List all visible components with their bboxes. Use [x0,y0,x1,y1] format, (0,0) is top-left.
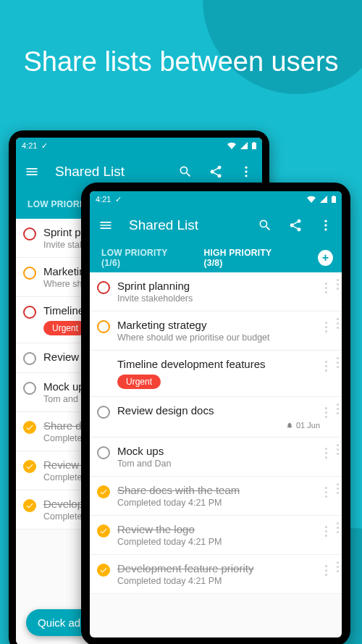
list-item[interactable]: Review the logo Completed today 4:21 PM [90,516,342,555]
item-sub: Completed today 4:21 PM [117,576,320,586]
list-item[interactable]: Mock ups Tom and Dan [90,438,342,477]
item-sub: Completed today 4:21 PM [117,498,320,508]
clock: 4:21 [22,141,37,150]
item-title: Review the logo [117,523,320,535]
checkbox[interactable] [23,499,36,512]
list-item[interactable]: Timeline development features Urgent [90,351,342,397]
svg-rect-0 [252,143,256,149]
svg-rect-6 [333,196,334,196]
app-title: Shared List [129,217,242,233]
list-item[interactable]: Review design docs 01 Jun [90,397,342,438]
svg-rect-5 [332,196,336,203]
checkbox[interactable] [97,485,110,498]
search-icon[interactable] [258,218,272,233]
item-sub: Invite stakeholders [117,293,320,304]
task-list: Sprint planning Invite stakeholders Mark… [90,272,342,594]
drag-handle-icon[interactable] [327,407,336,418]
svg-point-3 [245,170,247,172]
check-icon: ✓ [115,195,122,204]
item-title: Mock ups [117,445,320,457]
clock: 4:21 [96,195,111,204]
tabs: LOW PRIORITY (1/6) HIGH PRIORITY (3/8) + [90,243,342,272]
checkbox[interactable] [23,267,36,280]
reminder: 01 Jun [117,421,320,430]
drag-handle-icon[interactable] [327,565,336,576]
svg-point-4 [245,175,247,177]
svg-point-2 [245,167,247,169]
check-icon: ✓ [41,141,48,151]
item-title: Sprint planning [117,280,320,292]
phone-frame-front: 4:21 ✓ Shared List [81,183,350,644]
more-icon[interactable] [239,164,253,179]
checkbox[interactable] [23,460,36,473]
item-title: Share docs with the team [117,484,320,496]
search-icon[interactable] [178,164,193,179]
list-item[interactable]: Sprint planning Invite stakeholders [90,272,342,311]
checkbox[interactable] [97,446,110,459]
checkbox[interactable] [97,406,110,419]
checkbox[interactable] [23,352,36,365]
drag-handle-icon[interactable] [327,526,336,537]
statusbar: 4:21 ✓ [90,191,342,207]
checkbox[interactable] [97,281,110,294]
drag-handle-icon[interactable] [327,283,336,293]
signal-icon [320,196,327,203]
add-tab-button[interactable]: + [318,250,333,266]
svg-point-7 [324,220,327,222]
statusbar: 4:21 ✓ [16,138,262,154]
item-title: Timeline development features [117,358,320,370]
checkbox[interactable] [97,524,110,538]
checkbox[interactable] [23,306,36,319]
checkbox[interactable] [23,382,36,395]
urgent-chip: Urgent [117,375,161,389]
checkbox[interactable] [97,564,110,577]
list-item[interactable]: Marketing strategy Where should we prior… [90,311,342,351]
wifi-icon [307,196,316,203]
share-icon[interactable] [288,218,303,233]
drag-handle-icon[interactable] [327,487,336,498]
item-sub: Where should we prioritise our budget [117,333,320,343]
battery-icon [332,196,336,203]
item-title: Development feature priority [117,562,320,574]
tab-high[interactable]: HIGH PRIORITY (3/8) [201,239,292,277]
battery-icon [252,142,256,149]
drag-handle-icon[interactable] [327,448,336,459]
drag-handle-icon[interactable] [327,322,336,333]
list-item[interactable]: Share docs with the team Completed today… [90,477,342,516]
list-item[interactable]: Development feature priority Completed t… [90,555,342,594]
menu-icon[interactable] [25,164,39,179]
wifi-icon [227,142,236,149]
bell-icon [286,422,293,429]
menu-icon[interactable] [98,218,113,233]
page-headline: Share lists between users [0,45,362,80]
svg-rect-1 [253,142,255,143]
item-title: Marketing strategy [117,319,320,331]
more-icon[interactable] [319,218,333,233]
checkbox[interactable] [23,227,36,241]
item-sub: Tom and Dan [117,459,320,469]
drag-handle-icon[interactable] [327,361,336,372]
svg-point-8 [324,224,327,226]
checkbox[interactable] [23,421,36,434]
tab-low[interactable]: LOW PRIORITY (1/6) [98,239,188,277]
item-sub: Completed today 4:21 PM [117,537,320,547]
item-title: Review design docs [117,404,320,417]
svg-point-9 [324,228,327,230]
app-title: Shared List [55,164,162,180]
share-icon[interactable] [209,164,223,179]
appbar: Shared List [90,207,342,243]
signal-icon [240,142,248,149]
checkbox[interactable] [97,320,110,333]
